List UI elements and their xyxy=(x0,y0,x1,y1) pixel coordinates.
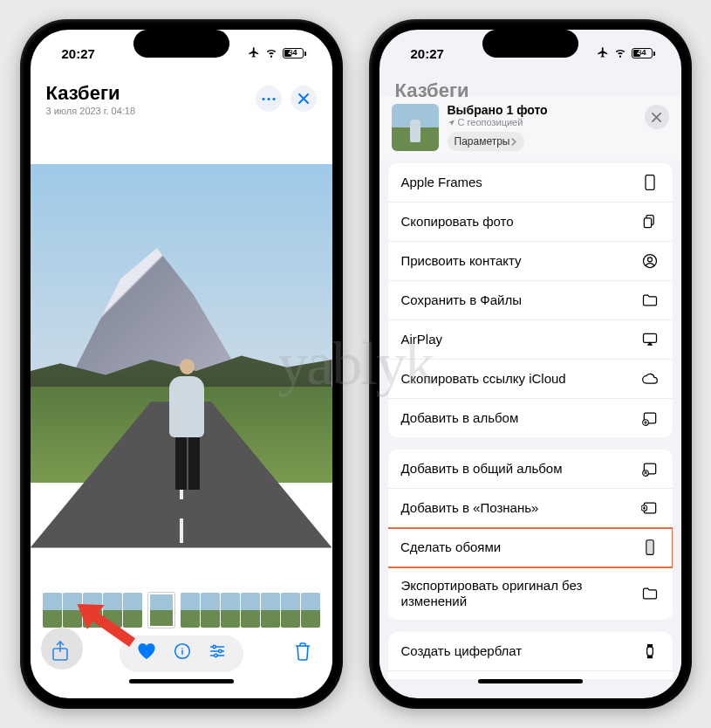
action-album-add[interactable]: Добавить в «Познань» xyxy=(388,489,673,528)
status-time: 20:27 xyxy=(411,46,444,61)
action-label: Добавить в «Познань» xyxy=(401,500,640,516)
action-wallpaper[interactable]: Сделать обоями xyxy=(388,528,673,567)
action-label: Скопировать фото xyxy=(401,214,640,230)
action-contact[interactable]: Присвоить контакту xyxy=(388,242,673,281)
action-label: AirPlay xyxy=(401,332,640,347)
share-title: Выбрано 1 фото xyxy=(448,103,636,117)
action-copy[interactable]: Скопировать фото xyxy=(388,203,673,242)
phone-icon xyxy=(640,174,660,191)
svg-point-7 xyxy=(214,654,216,656)
share-thumbnail xyxy=(392,104,439,151)
svg-point-2 xyxy=(272,97,275,100)
options-button[interactable]: Параметры xyxy=(448,132,525,151)
airplane-icon xyxy=(248,46,260,61)
photo-date: 3 июля 2023 г. 04:18 xyxy=(46,106,136,116)
wifi-icon xyxy=(613,46,627,61)
action-album-plus[interactable]: Добавить в альбом xyxy=(388,399,673,437)
folder-icon xyxy=(640,292,660,309)
svg-point-1 xyxy=(267,97,270,100)
actions-list[interactable]: Apple FramesСкопировать фотоПрисвоить ко… xyxy=(379,160,681,679)
airplay-icon xyxy=(640,331,660,348)
wallpaper-icon xyxy=(640,539,660,556)
close-button[interactable] xyxy=(291,86,317,112)
more-button[interactable] xyxy=(256,86,282,112)
action-label: Сохранить в Файлы xyxy=(401,292,640,308)
battery-icon: 44 xyxy=(283,48,306,58)
trash-button[interactable] xyxy=(294,642,311,666)
background-title: Казбеги xyxy=(395,79,469,102)
action-watch[interactable]: Создать циферблат xyxy=(388,632,673,671)
close-sheet-button[interactable] xyxy=(645,105,669,129)
action-label: Создать циферблат xyxy=(401,643,640,659)
action-label: Сделать обоями xyxy=(400,539,640,555)
photo-viewer[interactable] xyxy=(31,120,332,592)
home-indicator[interactable] xyxy=(478,679,583,683)
cloud-icon xyxy=(640,370,660,388)
phone-left: 20:27 44 Казбеги 3 июля 2023 г. 04:18 xyxy=(20,19,343,709)
battery-icon: 44 xyxy=(632,48,655,58)
copy-icon xyxy=(640,213,660,230)
watch-icon xyxy=(640,642,660,660)
dynamic-island xyxy=(482,30,578,58)
airplane-icon xyxy=(597,46,609,61)
shared-album-icon xyxy=(640,460,660,477)
action-folder[interactable]: Экспортировать оригинал без изменений xyxy=(388,567,673,620)
wifi-icon xyxy=(264,46,278,61)
home-indicator[interactable] xyxy=(129,679,234,683)
action-label: Apple Frames xyxy=(401,175,640,190)
svg-point-6 xyxy=(218,649,221,652)
photo-image xyxy=(31,164,332,548)
adjust-button[interactable] xyxy=(209,642,226,665)
action-cloud[interactable]: Скопировать ссылку iCloud xyxy=(388,360,673,399)
share-sheet-header: Выбрано 1 фото С геопозицией Параметры xyxy=(379,96,681,160)
phone-right: 20:27 44 Казбеги Выбрано 1 фото xyxy=(369,19,692,709)
svg-point-5 xyxy=(213,645,215,648)
action-label: Экспортировать оригинал без изменений xyxy=(401,578,640,609)
share-highlight xyxy=(41,628,83,670)
album-add-icon xyxy=(640,499,660,517)
action-label: Добавить в альбом xyxy=(401,410,640,426)
status-time: 20:27 xyxy=(62,46,95,61)
dynamic-island xyxy=(133,30,229,58)
action-airplay[interactable]: AirPlay xyxy=(388,320,673,360)
action-label: Скопировать ссылку iCloud xyxy=(401,371,640,387)
favorite-button[interactable] xyxy=(137,642,156,665)
folder-icon xyxy=(640,585,660,602)
action-folder[interactable]: Сохранить в Файлы xyxy=(388,281,673,320)
action-label: Добавить в общий альбом xyxy=(401,461,640,477)
action-phone[interactable]: Apple Frames xyxy=(388,163,673,203)
album-plus-icon xyxy=(640,409,660,427)
svg-point-0 xyxy=(262,97,264,100)
action-shared-album[interactable]: Добавить в общий альбом xyxy=(388,450,673,489)
action-label: Присвоить контакту xyxy=(401,253,640,269)
action-print[interactable]: Напечатать xyxy=(388,671,673,679)
share-geo: С геопозицией xyxy=(448,117,636,127)
contact-icon xyxy=(640,252,660,270)
page-title: Казбеги xyxy=(46,82,136,105)
info-button[interactable] xyxy=(174,642,191,665)
